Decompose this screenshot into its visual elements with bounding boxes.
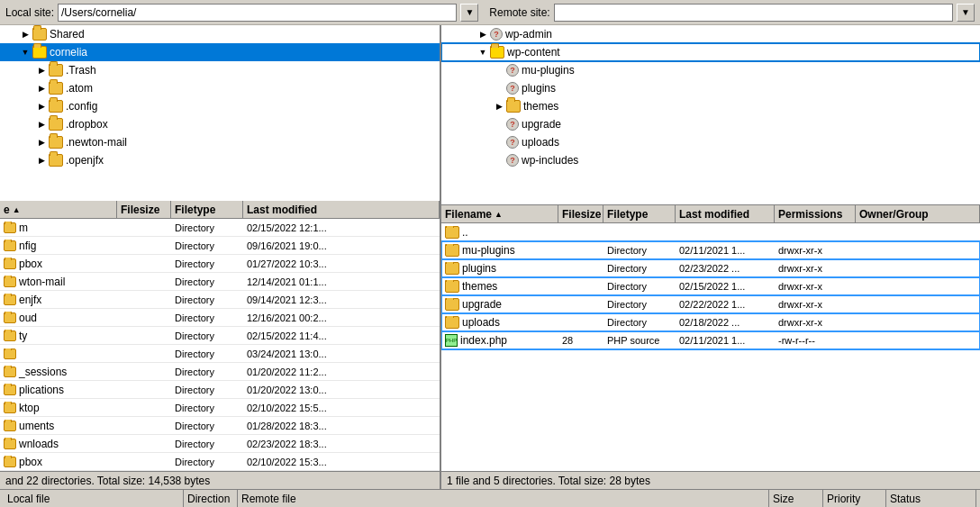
folder-icon [4,312,16,323]
remote-col-filetype[interactable]: Filetype [603,205,676,222]
folder-icon [4,276,16,287]
table-row[interactable]: wton-mail Directory 12/14/2021 01:1... [0,273,440,291]
folder-icon [445,226,459,239]
table-row[interactable]: nfig Directory 09/16/2021 19:0... [0,237,440,255]
local-status-bar: and 22 directories. Total size: 14,538 b… [0,471,440,489]
tree-item-uploads[interactable]: ? uploads [441,133,980,151]
top-bar: Local site: ▼ Remote site: ▼ [0,0,980,25]
table-row[interactable]: plugins Directory 02/23/2022 ... drwxr-x… [441,259,980,277]
table-row[interactable]: enjfx Directory 09/14/2021 12:3... [0,291,440,309]
panes: ▶ Shared ▼ cornelia ▶ .Trash ▶ . [0,25,980,489]
tree-label-upgrade: upgrade [522,118,561,131]
table-row[interactable]: m Directory 02/15/2022 12:1... [0,219,440,237]
tree-item-trash[interactable]: ▶ .Trash [0,61,440,79]
local-col-header: e ▲ Filesize Filetype Last modified [0,201,440,219]
toggle-atom[interactable]: ▶ [34,81,49,95]
tree-label-shared: Shared [50,28,85,41]
question-icon-mu-plugins: ? [506,64,519,77]
tree-label-wp-content: wp-content [507,46,560,59]
folder-icon [4,258,16,269]
local-site-input[interactable] [58,4,457,22]
folder-icon [4,240,16,251]
local-col-lastmod[interactable]: Last modified [243,201,440,218]
table-row[interactable]: plications Directory 01/20/2022 13:0... [0,381,440,399]
remote-tree: ▶ ? wp-admin ▼ wp-content ? mu-plugins [441,25,980,205]
folder-icon-openjfx [49,154,63,167]
table-row[interactable]: wnloads Directory 02/23/2022 18:3... [0,435,440,453]
remote-col-filesize[interactable]: Filesize [558,205,603,222]
table-row[interactable]: .. [441,223,980,241]
transfer-direction: Direction [184,490,238,507]
table-row[interactable]: pbox Directory 01/27/2022 10:3... [0,255,440,273]
tree-item-upgrade[interactable]: ? upgrade [441,115,980,133]
table-row[interactable]: ty Directory 02/15/2022 11:4... [0,327,440,345]
table-row[interactable]: upgrade Directory 02/22/2022 1... drwxr-… [441,295,980,313]
folder-icon [445,280,459,293]
folder-icon-cornelia [32,46,47,59]
folder-icon [4,294,16,305]
toggle-dropbox[interactable]: ▶ [34,117,49,131]
toggle-trash[interactable]: ▶ [34,63,49,77]
toggle-themes[interactable]: ▶ [492,99,506,113]
tree-item-cornelia[interactable]: ▼ cornelia [0,43,440,61]
toggle-cornelia[interactable]: ▼ [18,45,32,59]
table-row[interactable]: oud Directory 12/16/2021 00:2... [0,309,440,327]
tree-item-atom[interactable]: ▶ .atom [0,79,440,97]
local-col-filesize[interactable]: Filesize [117,201,171,218]
tree-item-openjfx[interactable]: ▶ .openjfx [0,151,440,169]
remote-site-label: Remote site: [489,6,549,19]
remote-col-lastmod[interactable]: Last modified [676,205,775,222]
tree-item-plugins[interactable]: ? plugins [441,79,980,97]
tree-item-wp-includes[interactable]: ? wp-includes [441,151,980,169]
remote-site-dropdown[interactable]: ▼ [957,4,975,22]
table-row[interactable]: ktop Directory 02/10/2022 15:5... [0,399,440,417]
remote-file-list: Filename ▲ Filesize Filetype Last modifi… [441,205,980,471]
tree-item-wp-content[interactable]: ▼ wp-content [441,43,980,61]
tree-label-uploads: uploads [522,136,559,149]
toggle-wp-admin[interactable]: ▶ [476,27,490,41]
remote-col-name[interactable]: Filename ▲ [441,205,558,222]
tree-item-newton-mail[interactable]: ▶ .newton-mail [0,133,440,151]
tree-label-newton-mail: .newton-mail [66,136,127,149]
tree-item-wp-admin[interactable]: ▶ ? wp-admin [441,25,980,43]
table-row[interactable]: Directory 03/24/2021 13:0... [0,345,440,363]
table-row[interactable]: _sessions Directory 01/20/2022 11:2... [0,363,440,381]
tree-label-themes: themes [523,100,558,113]
transfer-bar: Local file Direction Remote file Size Pr… [0,489,980,507]
tree-item-config[interactable]: ▶ .config [0,97,440,115]
table-row[interactable]: PHP index.php 28 PHP source 02/11/2021 1… [441,331,980,349]
question-icon-wp-includes: ? [506,154,519,167]
toggle-shared[interactable]: ▶ [18,27,32,41]
table-row[interactable]: pbox Directory 02/10/2022 15:3... [0,453,440,471]
tree-item-shared[interactable]: ▶ Shared [0,25,440,43]
folder-icon [4,367,16,377]
toggle-wp-content[interactable]: ▼ [476,45,490,59]
remote-site-input[interactable] [554,4,953,22]
transfer-local-file: Local file [4,490,184,507]
remote-status-text: 1 file and 5 directories. Total size: 28… [447,475,650,487]
folder-icon [445,316,459,329]
transfer-remote-file: Remote file [238,490,769,507]
local-site-dropdown[interactable]: ▼ [460,4,478,22]
tree-item-mu-plugins[interactable]: ? mu-plugins [441,61,980,79]
toggle-openjfx[interactable]: ▶ [34,153,49,167]
table-row[interactable]: mu-plugins Directory 02/11/2021 1... drw… [441,241,980,259]
toggle-config[interactable]: ▶ [34,99,49,113]
folder-icon [4,457,16,467]
local-col-name[interactable]: e ▲ [0,201,117,218]
folder-icon [4,439,16,449]
tree-label-trash: .Trash [66,64,96,77]
local-status-text: and 22 directories. Total size: 14,538 b… [5,475,210,487]
tree-item-dropbox[interactable]: ▶ .dropbox [0,115,440,133]
question-icon-upgrade: ? [506,118,519,131]
toggle-newton-mail[interactable]: ▶ [34,135,49,149]
table-row[interactable]: themes Directory 02/15/2022 1... drwxr-x… [441,277,980,295]
folder-icon-shared [32,28,47,41]
tree-item-themes[interactable]: ▶ themes [441,97,980,115]
remote-col-owner[interactable]: Owner/Group [856,205,980,222]
table-row[interactable]: uments Directory 01/28/2022 18:3... [0,417,440,435]
folder-icon-themes [506,100,521,113]
table-row[interactable]: uploads Directory 02/18/2022 ... drwxr-x… [441,313,980,331]
remote-col-perms[interactable]: Permissions [775,205,856,222]
local-col-filetype[interactable]: Filetype [171,201,243,218]
